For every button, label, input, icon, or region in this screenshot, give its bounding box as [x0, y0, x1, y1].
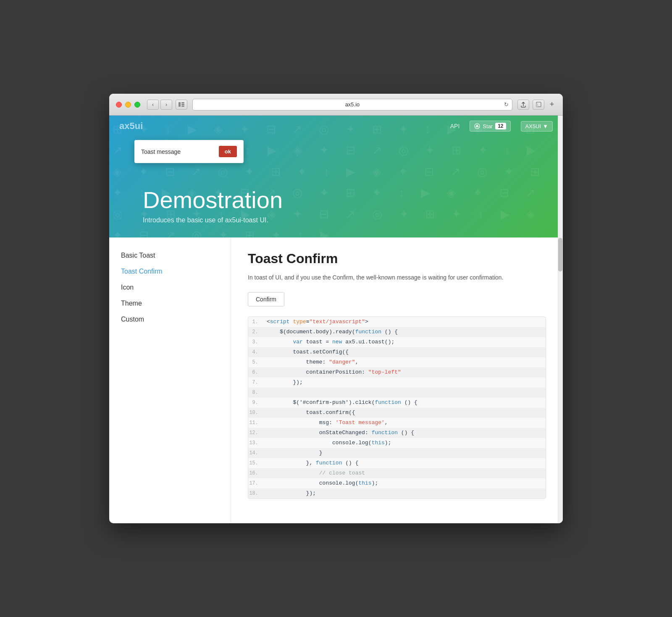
nav-links: API Star 12 AX5UI ▼	[450, 121, 553, 132]
line-num-9: 9.	[248, 398, 263, 408]
code-line-9: 9. $('#confirm-push').click(function () …	[248, 398, 546, 408]
line-content-9: $('#confirm-push').click(function () {	[263, 398, 421, 408]
hero-content: Demostration Introduces the basic use of…	[143, 162, 283, 224]
sidebar-item-custom[interactable]: Custom	[109, 311, 231, 327]
line-num-2: 2.	[248, 327, 263, 337]
code-line-4: 4. toast.setConfig({	[248, 347, 546, 357]
line-num-18: 18.	[248, 488, 263, 498]
sidebar-item-theme[interactable]: Theme	[109, 295, 231, 311]
url-text: ax5.io	[345, 101, 360, 108]
ax5ui-label: AX5UI	[525, 123, 541, 129]
close-button[interactable]	[116, 102, 122, 108]
line-content-1: <script type="text/javascript">	[263, 317, 372, 327]
line-num-16: 16.	[248, 468, 263, 478]
new-tab-button[interactable]: +	[548, 100, 556, 109]
code-line-12: 12. onStateChanged: function () {	[248, 428, 546, 438]
sidebar-item-toast-confirm[interactable]: Toast Confirm	[109, 264, 231, 279]
share-button[interactable]	[517, 100, 529, 110]
line-num-14: 14.	[248, 448, 263, 458]
line-content-14: }	[263, 448, 326, 458]
code-line-11: 11. msg: 'Toast message',	[248, 418, 546, 428]
line-content-5: theme: "danger",	[263, 357, 362, 367]
toast-message: Toast message	[141, 148, 212, 155]
confirm-button[interactable]: Confirm	[248, 292, 284, 306]
line-content-18: });	[263, 488, 319, 498]
sidebar-item-icon[interactable]: Icon	[109, 279, 231, 295]
code-block: 1. <script type="text/javascript"> 2. $(…	[248, 316, 546, 499]
logo-area: ax5ui	[119, 121, 143, 132]
scrollbar-thumb[interactable]	[558, 238, 562, 272]
line-content-3: var toast = new ax5.ui.toast();	[263, 337, 398, 347]
star-label: Star	[483, 123, 493, 129]
nav-buttons: ‹ ›	[147, 100, 172, 110]
toast-notification: Toast message ok	[134, 140, 244, 163]
dropdown-arrow-icon: ▼	[543, 123, 548, 129]
line-content-15: }, function () {	[263, 458, 362, 468]
line-content-13: console.log(this);	[263, 438, 394, 448]
line-num-3: 3.	[248, 337, 263, 347]
api-link[interactable]: API	[450, 123, 460, 129]
line-num-15: 15.	[248, 458, 263, 468]
maximize-button[interactable]	[134, 102, 140, 108]
line-num-7: 7.	[248, 377, 263, 388]
address-bar[interactable]: ax5.io ↻	[192, 99, 512, 111]
code-line-15: 15. }, function () {	[248, 458, 546, 468]
line-num-11: 11.	[248, 418, 263, 428]
line-content-16: // close toast	[263, 468, 368, 478]
main-content: Basic Toast Toast Confirm Icon Theme Cus…	[109, 237, 563, 523]
line-content-6: containerPosition: "top-left"	[263, 367, 404, 377]
line-num-4: 4.	[248, 347, 263, 357]
hero-title: Demostration	[143, 187, 283, 213]
sidebar-toggle-button[interactable]	[176, 100, 187, 110]
refresh-button[interactable]: ↻	[504, 101, 509, 108]
forward-button[interactable]: ›	[160, 100, 172, 110]
line-content-11: msg: 'Toast message',	[263, 418, 391, 428]
code-line-6: 6. containerPosition: "top-left"	[248, 367, 546, 377]
line-num-8: 8.	[248, 388, 263, 398]
toast-box: Toast message ok	[134, 140, 244, 163]
toolbar-right: +	[517, 100, 556, 110]
fullscreen-button[interactable]	[533, 100, 544, 110]
code-line-8: 8.	[248, 388, 546, 398]
line-num-12: 12.	[248, 428, 263, 438]
line-num-1: 1.	[248, 317, 263, 327]
sidebar: Basic Toast Toast Confirm Icon Theme Cus…	[109, 237, 231, 523]
svg-rect-1	[181, 102, 184, 103]
line-content-8	[263, 388, 270, 398]
sidebar-item-basic-toast[interactable]: Basic Toast	[109, 248, 231, 264]
minimize-button[interactable]	[125, 102, 131, 108]
logo-text: ax5ui	[119, 121, 143, 132]
site-header: ax5ui API Star 12 AX5UI ▼	[109, 116, 563, 137]
back-button[interactable]: ‹	[147, 100, 159, 110]
content-area: Toast Confirm In toast of UI, and if you…	[231, 237, 563, 523]
code-line-7: 7. });	[248, 377, 546, 388]
browser-window: ‹ › ax5.io ↻	[109, 94, 563, 523]
code-line-17: 17. console.log(this);	[248, 478, 546, 488]
toast-ok-button[interactable]: ok	[219, 146, 237, 157]
svg-rect-2	[181, 104, 184, 105]
line-num-6: 6.	[248, 367, 263, 377]
svg-rect-3	[181, 105, 184, 107]
code-line-18: 18. });	[248, 488, 546, 498]
line-num-17: 17.	[248, 478, 263, 488]
line-content-7: });	[263, 377, 306, 388]
scrollbar-track	[558, 116, 563, 523]
code-line-14: 14. }	[248, 448, 546, 458]
code-line-13: 13. console.log(this);	[248, 438, 546, 448]
line-content-12: onStateChanged: function () {	[263, 428, 417, 438]
code-line-5: 5. theme: "danger",	[248, 357, 546, 367]
hero-subtitle: Introduces the basic use of ax5ui-toast …	[143, 216, 283, 224]
title-bar: ‹ › ax5.io ↻	[109, 94, 563, 116]
ax5ui-dropdown[interactable]: AX5UI ▼	[521, 121, 553, 132]
star-button[interactable]: Star 12	[470, 121, 510, 132]
star-count: 12	[495, 123, 506, 129]
code-line-10: 10. toast.confirm({	[248, 408, 546, 418]
line-content-10: toast.confirm({	[263, 408, 359, 418]
line-content-4: toast.setConfig({	[263, 347, 352, 357]
code-line-16: 16. // close toast	[248, 468, 546, 478]
line-content-2: $(document.body).ready(function () {	[263, 327, 401, 337]
svg-rect-5	[536, 103, 538, 107]
code-line-2: 2. $(document.body).ready(function () {	[248, 327, 546, 337]
svg-rect-0	[178, 102, 181, 107]
code-line-1: 1. <script type="text/javascript">	[248, 317, 546, 327]
